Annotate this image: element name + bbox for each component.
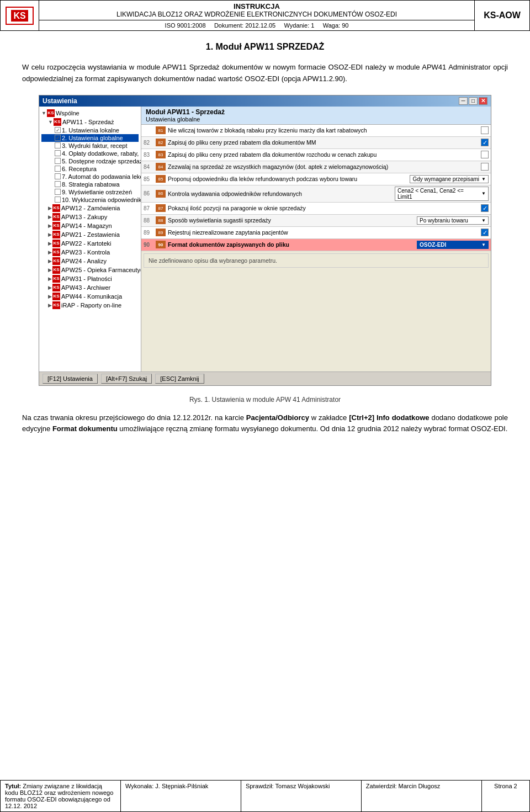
tree-item-ust9[interactable]: 9. Wyświetlanie ostrzeżeń <box>41 188 139 196</box>
params-list: 81 Nie wliczaj towarów z blokadą rabaku … <box>141 125 491 371</box>
ks-icon-apw12: KS <box>52 204 60 212</box>
param-icon-82: 82 <box>156 139 166 146</box>
param-dropdown-88[interactable]: Po wybraniu towaru ▼ <box>417 216 489 225</box>
ks-icon-apw13: KS <box>52 213 60 221</box>
param-check-89[interactable] <box>481 229 489 236</box>
footer-strona-label: Strona <box>494 783 512 789</box>
ks-icon-apw24: KS <box>52 257 60 265</box>
param-dropdown-86[interactable]: Cena2 < Cena1, Cena2 <= Limit1 ▼ <box>395 187 489 201</box>
ks-icon-apw22: KS <box>52 240 60 247</box>
param-row-0: 81 Nie wliczaj towarów z blokadą rabaku … <box>141 125 491 137</box>
esc-button[interactable]: [ESC] Zamknij <box>155 374 204 384</box>
altf7-button[interactable]: [Alt+F7] Szukaj <box>101 374 152 384</box>
tree-item-ust3[interactable]: 3. Wydruki faktur, recept <box>41 142 139 150</box>
footer-wykonala-label: Wykonała: <box>125 783 153 789</box>
tree-item-apw14[interactable]: ▶ KS APW14 - Magazyn <box>41 221 139 230</box>
tree-item-ust1[interactable]: 1. Ustawienia lokalne <box>41 126 139 134</box>
check-ust10 <box>55 197 61 203</box>
wydanie-label: Wydanie: <box>284 22 309 29</box>
param-check-87[interactable] <box>481 204 489 212</box>
window-controls: ─ □ ✕ <box>459 97 487 105</box>
tree-item-ust2[interactable]: 2. Ustawienia globalne <box>41 134 139 142</box>
waga-label: Waga: <box>323 22 340 29</box>
iso-label: ISO 9001:2008 <box>165 22 206 29</box>
tree-item-ust7[interactable]: 7. Automat do podawania leków <box>41 173 139 181</box>
window-titlebar: Ustawienia ─ □ ✕ <box>39 95 491 107</box>
param-row-85: 85 85 Proponuj odpowiedniku dla leków re… <box>141 173 491 185</box>
tree-item-apw23[interactable]: ▶ KS APW23 - Kontrola <box>41 248 139 257</box>
header-meta: ISO 9001:2008 Dokument: 2012.12.05 Wydan… <box>39 20 475 31</box>
param-check-84[interactable] <box>481 163 489 171</box>
param-row-84: 84 84 Zezwalaj na sprzedaż ze wszystkich… <box>141 161 491 173</box>
tree-item-irap[interactable]: ▶ KS iRAP - Raporty on-line <box>41 301 139 310</box>
check-ust2 <box>55 135 61 141</box>
tree-item-ust10[interactable]: 10. Wykluczenia odpowiedników <box>41 196 139 204</box>
window-bottombar: [F12] Ustawienia [Alt+F7] Szukaj [ESC] Z… <box>39 371 491 385</box>
param-icon-89: 89 <box>156 229 166 236</box>
minimize-button[interactable]: ─ <box>459 97 468 105</box>
tree-item-apw22[interactable]: ▶ KS APW22 - Kartoteki <box>41 239 139 248</box>
check-ust4 <box>55 150 61 156</box>
footer-sprawdzil-cell: Sprawdził: Tomasz Wojakowski <box>241 781 361 812</box>
footer-wykonala-cell: Wykonała: J. Stępniak-Pilśniak <box>120 781 241 812</box>
header-logo: KS <box>1 1 39 31</box>
param-check-82[interactable] <box>481 139 489 146</box>
header-table: KS INSTRUKCJA LIKWIDACJA BLOZ12 ORAZ WDR… <box>0 0 530 31</box>
tree-item-apw11[interactable]: ▼ KS APW11 - Sprzedaż <box>41 118 139 126</box>
param-dropdown-90[interactable]: OSOZ-EDI ▼ <box>417 241 489 249</box>
f12-button[interactable]: [F12] Ustawienia <box>43 374 98 384</box>
wydanie-val: 1 <box>311 22 314 29</box>
footer-sprawdzil-name: Tomasz Wojakowski <box>275 783 330 789</box>
tree-item-apw13[interactable]: ▶ KS APW13 - Zakupy <box>41 213 139 221</box>
doc-subtitle: LIKWIDACJA BLOZ12 ORAZ WDROŻENIE ELEKTRO… <box>43 10 471 18</box>
ks-icon-apw31: KS <box>52 275 60 283</box>
window-title: Ustawienia <box>43 97 77 105</box>
content-header-title: Moduł APW11 - Sprzedaż <box>146 108 486 116</box>
tree-item-ust8[interactable]: 8. Strategia rabatowa <box>41 181 139 188</box>
ks-icon-apw11: KS <box>54 118 61 126</box>
tree-item-ust4[interactable]: 4. Opłaty dodatkowe, rabaty, ryczałt <box>41 150 139 157</box>
footer-strona-cell: Strona 2 <box>481 781 529 812</box>
maximize-button[interactable]: □ <box>469 97 478 105</box>
footer-zatwierdzil-cell: Zatwierdził: Marcin Długosz <box>361 781 481 812</box>
close-button[interactable]: ✕ <box>479 97 487 105</box>
no-desc-box: Nie zdefiniowano opisu dla wybranego par… <box>144 253 489 268</box>
ks-code: KS-AOW <box>475 1 530 31</box>
param-icon-88: 88 <box>156 216 166 224</box>
param-icon-0: 81 <box>156 126 166 134</box>
param-row-82: 82 82 Zapisuj do pliku ceny przed rabate… <box>141 137 491 149</box>
param-row-88: 88 88 Sposób wyświetlania sugastii sprze… <box>141 215 491 227</box>
tree-item-apw43[interactable]: ▶ KS APW43 - Archiwer <box>41 283 139 292</box>
ks-icon-apw43: KS <box>52 284 60 291</box>
tree-item-ust6[interactable]: 6. Receptura <box>41 165 139 173</box>
tree-item-ust5[interactable]: 5. Dostępne rodzaje sprzedaży <box>41 157 139 165</box>
check-ust1 <box>55 127 61 133</box>
waga-val: 90 <box>342 22 348 29</box>
param-icon-87: 87 <box>156 204 166 212</box>
tree-item-apw24[interactable]: ▶ KS APW24 - Analizy <box>41 257 139 266</box>
settings-window: Ustawienia ─ □ ✕ ▼ KS Wspólne <box>39 95 491 386</box>
tree-item-apw12[interactable]: ▶ KS APW12 - Zamówienia <box>41 204 139 213</box>
tree-item-apw25[interactable]: ▶ KS APW25 - Opieka Farmaceutyczna <box>41 266 139 274</box>
param-dropdown-85[interactable]: Gdy wymagane przepisami ▼ <box>410 175 489 183</box>
param-icon-84: 84 <box>156 163 166 171</box>
ks-icon-apw14: KS <box>52 222 60 230</box>
tree-item-apw44[interactable]: ▶ KS APW44 - Komunikacja <box>41 292 139 301</box>
tree-item-apw31[interactable]: ▶ KS APW31 - Płatności <box>41 274 139 283</box>
check-ust9 <box>55 189 61 195</box>
param-check-0[interactable] <box>481 126 489 134</box>
ks-icon-apw21: KS <box>52 231 60 238</box>
footer-title-label: Tytuł: <box>5 783 21 789</box>
tree-item-apw21[interactable]: ▶ KS APW21 - Zestawienia <box>41 230 139 239</box>
section2-text: Na czas trwania okresu przejściowego do … <box>22 412 508 436</box>
doc-title: INSTRUKCJA <box>43 2 471 10</box>
tree-item-wspolne[interactable]: ▼ KS Wspólne <box>41 109 139 118</box>
ks-logo: KS <box>11 10 28 22</box>
tree-panel: ▼ KS Wspólne ▼ KS APW11 - Sprzedaż 1. Us… <box>39 107 141 371</box>
check-ust8 <box>55 181 61 187</box>
header-title-cell: INSTRUKCJA LIKWIDACJA BLOZ12 ORAZ WDROŻE… <box>39 1 475 20</box>
ks-icon-apw23: KS <box>52 248 60 256</box>
param-check-83[interactable] <box>481 151 489 158</box>
param-icon-86: 86 <box>156 190 166 198</box>
footer-strona-num: 2 <box>514 783 517 789</box>
